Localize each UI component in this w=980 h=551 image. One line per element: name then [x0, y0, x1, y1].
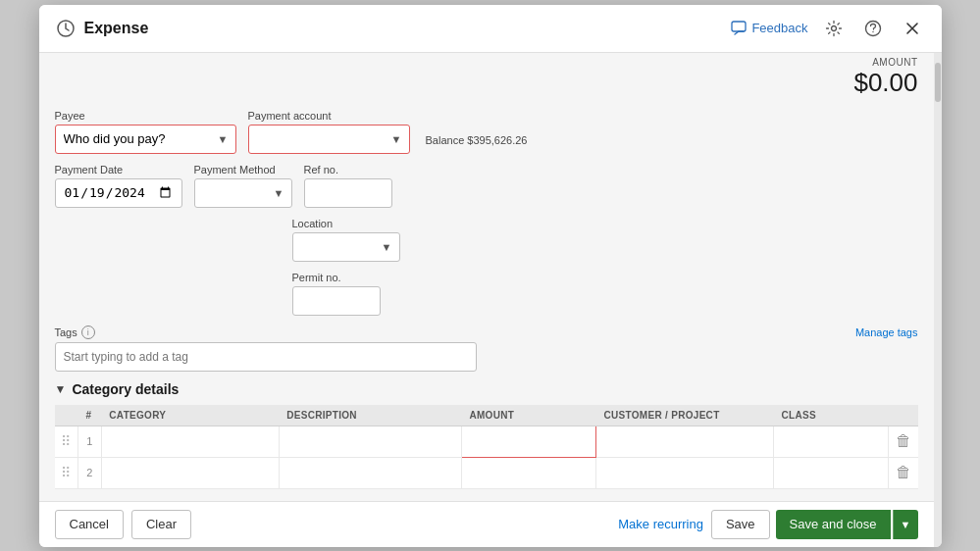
th-delete: [889, 405, 918, 426]
scrollbar-thumb[interactable]: [935, 63, 941, 102]
save-button[interactable]: Save: [711, 510, 770, 539]
help-button[interactable]: [859, 15, 887, 42]
close-button[interactable]: [899, 15, 926, 42]
table-row: ⠿ 1 🗑: [55, 426, 918, 457]
feedback-label: Feedback: [751, 21, 807, 35]
payee-label: Payee: [55, 110, 236, 122]
customer-input-2[interactable]: [596, 458, 773, 488]
class-input-1[interactable]: [774, 426, 888, 457]
amount-value: $0.00: [853, 68, 917, 98]
drag-handle-1[interactable]: ⠿: [55, 426, 77, 457]
scrollbar[interactable]: [934, 53, 942, 547]
payment-date-label: Payment Date: [55, 164, 182, 175]
delete-row-1-icon[interactable]: 🗑: [896, 432, 911, 449]
payment-account-group: Payment account ▼: [248, 110, 410, 154]
payment-method-label: Payment Method: [194, 164, 292, 175]
settings-button[interactable]: [820, 15, 848, 42]
ref-no-group: Ref no.: [304, 164, 392, 208]
cancel-button[interactable]: Cancel: [55, 510, 124, 539]
description-input-2[interactable]: [280, 458, 461, 488]
location-select[interactable]: [292, 232, 400, 262]
th-amount: AMOUNT: [461, 405, 595, 426]
ref-no-input[interactable]: [304, 178, 392, 208]
save-and-close-button[interactable]: Save and close: [776, 510, 891, 539]
svg-rect-1: [732, 22, 746, 31]
payment-date-input[interactable]: [55, 178, 182, 208]
payment-method-group: Payment Method ▼: [194, 164, 292, 208]
class-input-2[interactable]: [774, 458, 888, 488]
th-description: DESCRIPTION: [279, 405, 461, 426]
payee-group: Payee Who did you pay? ▼: [55, 110, 236, 154]
th-num: #: [77, 405, 101, 426]
make-recurring-link[interactable]: Make recurring: [618, 517, 703, 531]
th-customer: CUSTOMER / PROJECT: [596, 405, 774, 426]
manage-tags-link[interactable]: Manage tags: [855, 326, 918, 338]
th-category: CATEGORY: [101, 405, 279, 426]
tags-input[interactable]: [55, 342, 477, 372]
th-class: CLASS: [773, 405, 888, 426]
payee-select[interactable]: Who did you pay?: [55, 125, 236, 154]
customer-input-1[interactable]: [596, 426, 773, 457]
amount-input-2[interactable]: [462, 458, 595, 488]
row-num-1: 1: [77, 426, 101, 457]
amount-input-1[interactable]: [462, 426, 595, 457]
tags-label-text: Tags: [55, 326, 77, 338]
category-table: # CATEGORY DESCRIPTION AMOUNT CUSTOMER /…: [55, 405, 918, 489]
payment-account-select[interactable]: [248, 125, 410, 154]
permit-no-label: Permit no.: [292, 272, 381, 283]
payment-date-group: Payment Date: [55, 164, 182, 208]
th-drag: [55, 405, 78, 426]
chevron-down-icon: ▼: [55, 382, 67, 396]
permit-no-group: Permit no.: [292, 272, 381, 316]
save-close-dropdown-button[interactable]: ▼: [893, 510, 918, 539]
row-num-2: 2: [77, 457, 101, 488]
location-group: Location ▼: [292, 218, 400, 262]
category-details-title: Category details: [72, 381, 179, 397]
tags-info-icon[interactable]: i: [81, 326, 95, 339]
svg-point-2: [831, 25, 836, 30]
category-details-header[interactable]: ▼ Category details: [55, 381, 918, 397]
feedback-button[interactable]: Feedback: [731, 21, 807, 36]
drag-handle-2[interactable]: ⠿: [55, 458, 77, 488]
location-label: Location: [292, 218, 400, 229]
clear-button[interactable]: Clear: [131, 510, 191, 539]
description-input-1[interactable]: [280, 426, 461, 457]
expense-icon: [55, 18, 77, 39]
category-input-2[interactable]: [102, 458, 279, 488]
delete-row-2-icon[interactable]: 🗑: [896, 464, 911, 480]
category-input-1[interactable]: [102, 426, 279, 457]
payment-account-label: Payment account: [248, 110, 410, 122]
payment-method-select[interactable]: [194, 178, 292, 208]
amount-label: AMOUNT: [853, 57, 917, 68]
table-row: ⠿ 2 🗑: [55, 457, 918, 488]
page-title: Expense: [84, 20, 149, 37]
ref-no-label: Ref no.: [304, 164, 392, 175]
svg-point-4: [872, 30, 873, 31]
permit-no-input[interactable]: [292, 286, 381, 316]
balance-text: Balance $395,626.26: [426, 134, 528, 146]
tags-section: Tags i Manage tags: [55, 326, 918, 372]
